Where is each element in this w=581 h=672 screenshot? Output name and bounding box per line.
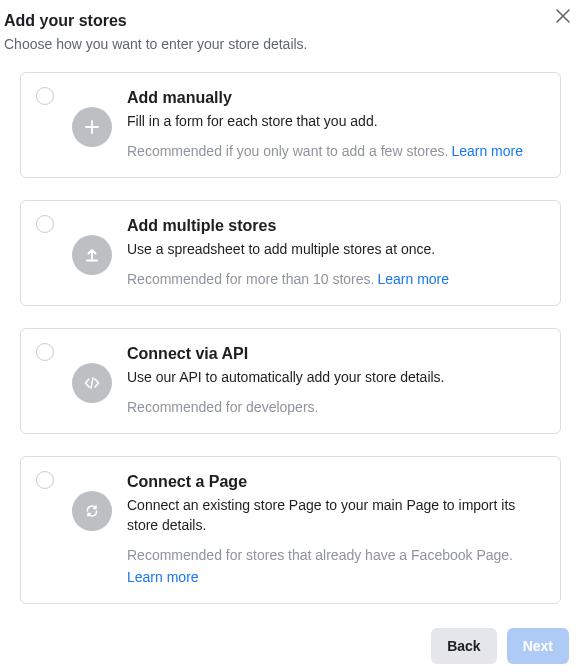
next-button[interactable]: Next xyxy=(507,628,569,664)
radio-add-manually[interactable] xyxy=(36,87,54,105)
option-title: Connect a Page xyxy=(127,471,542,493)
learn-more-link[interactable]: Learn more xyxy=(127,567,542,587)
option-desc: Use a spreadsheet to add multiple stores… xyxy=(127,239,542,259)
radio-connect-api[interactable] xyxy=(36,343,54,361)
option-connect-page[interactable]: Connect a Page Connect an existing store… xyxy=(20,456,561,604)
learn-more-link[interactable]: Learn more xyxy=(451,143,523,159)
upload-icon xyxy=(72,235,112,275)
learn-more-link[interactable]: Learn more xyxy=(377,271,449,287)
option-desc: Use our API to automatically add your st… xyxy=(127,367,542,387)
radio-connect-page[interactable] xyxy=(36,471,54,489)
option-desc: Connect an existing store Page to your m… xyxy=(127,495,542,535)
dialog-subtitle: Choose how you want to enter your store … xyxy=(4,34,577,54)
option-add-multiple[interactable]: Add multiple stores Use a spreadsheet to… xyxy=(20,200,561,306)
option-title: Add manually xyxy=(127,87,542,109)
dialog-footer: Back Next xyxy=(431,628,569,664)
option-title: Connect via API xyxy=(127,343,542,365)
option-desc: Fill in a form for each store that you a… xyxy=(127,111,542,131)
option-title: Add multiple stores xyxy=(127,215,542,237)
option-connect-api[interactable]: Connect via API Use our API to automatic… xyxy=(20,328,561,434)
add-stores-dialog: Add your stores Choose how you want to e… xyxy=(0,0,581,672)
sync-icon xyxy=(72,491,112,531)
dialog-title: Add your stores xyxy=(4,10,577,32)
code-icon xyxy=(72,363,112,403)
close-button[interactable] xyxy=(553,6,573,26)
option-hint: Recommended for developers. xyxy=(127,397,542,417)
option-hint: Recommended if you only want to add a fe… xyxy=(127,141,542,161)
options-list: Add manually Fill in a form for each sto… xyxy=(4,54,577,604)
dialog-header: Add your stores Choose how you want to e… xyxy=(4,8,577,54)
back-button[interactable]: Back xyxy=(431,628,496,664)
option-hint: Recommended for more than 10 stores.Lear… xyxy=(127,269,542,289)
radio-add-multiple[interactable] xyxy=(36,215,54,233)
option-add-manually[interactable]: Add manually Fill in a form for each sto… xyxy=(20,72,561,178)
close-icon xyxy=(556,9,570,23)
plus-icon xyxy=(72,107,112,147)
option-hint: Recommended for stores that already have… xyxy=(127,545,542,587)
